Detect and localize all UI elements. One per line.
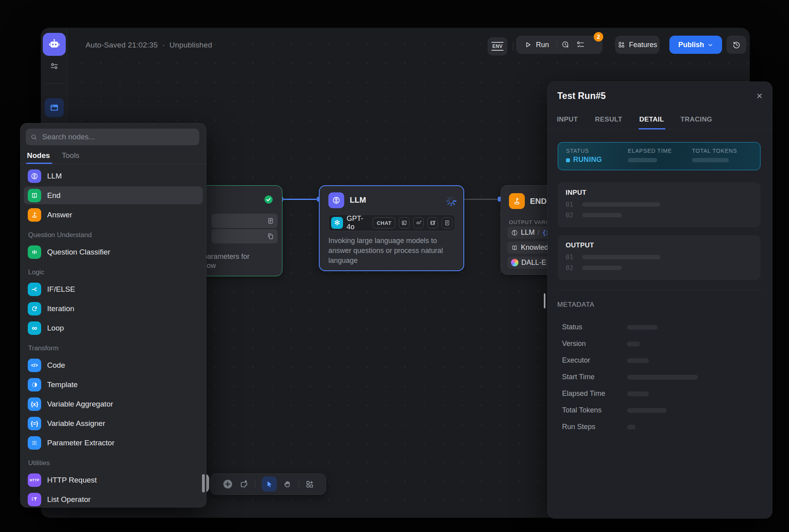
preview-panel-button[interactable] bbox=[45, 98, 64, 117]
node-item-code[interactable]: </> Code bbox=[24, 356, 203, 374]
tab-nodes[interactable]: Nodes bbox=[27, 151, 50, 160]
llm-icon bbox=[28, 169, 41, 183]
start-variable-row[interactable] bbox=[212, 214, 278, 228]
meta-status-label: Status bbox=[562, 323, 582, 331]
tab-detail[interactable]: DETAIL bbox=[639, 116, 664, 124]
variable-aggregator-icon: {x} bbox=[28, 397, 41, 411]
node-item-variable-aggregator[interactable]: {x} Variable Aggregator bbox=[24, 395, 203, 413]
node-item-question-classifier[interactable]: Question Classifier bbox=[24, 243, 203, 261]
success-check-icon bbox=[264, 195, 273, 204]
node-picker-panel: Nodes Tools LLM End bbox=[20, 123, 206, 507]
panel-scrollbar[interactable] bbox=[202, 474, 205, 492]
run-button[interactable]: Run bbox=[536, 41, 549, 49]
tab-tools[interactable]: Tools bbox=[62, 151, 79, 160]
total-tokens-label: TOTAL TOKENS bbox=[692, 148, 737, 154]
pointer-mode-button[interactable] bbox=[262, 477, 277, 492]
audio-capability-icon bbox=[413, 217, 424, 228]
version-history-button[interactable] bbox=[726, 36, 746, 54]
status-value: RUNING bbox=[573, 156, 602, 164]
organize-blocks-button[interactable] bbox=[305, 480, 314, 488]
section-divider bbox=[557, 290, 762, 290]
llm-node-description: Invoking large language models to answer… bbox=[328, 236, 456, 266]
node-item-iteration[interactable]: Iteration bbox=[24, 300, 203, 317]
meta-version-label: Version bbox=[562, 340, 586, 348]
checklist-icon[interactable] bbox=[576, 40, 585, 49]
panel-resize-handle[interactable] bbox=[544, 293, 545, 308]
parameter-extractor-icon bbox=[28, 436, 41, 450]
iteration-icon bbox=[28, 302, 41, 315]
play-icon[interactable] bbox=[524, 41, 532, 49]
model-selector[interactable]: ✻ GPT-4o CHAT bbox=[328, 215, 455, 231]
line-number: 01 bbox=[566, 201, 573, 208]
meta-skeleton bbox=[627, 375, 698, 380]
question-classifier-icon bbox=[28, 245, 41, 259]
node-item-llm[interactable]: LLM bbox=[24, 167, 203, 185]
app-logo[interactable] bbox=[43, 33, 66, 56]
screen: parameters for flow LLM ✻ GPT-4o bbox=[0, 0, 789, 532]
robot-icon bbox=[48, 38, 61, 51]
features-button[interactable]: Features bbox=[615, 36, 659, 54]
env-variables-button[interactable]: ENV bbox=[488, 37, 507, 55]
start-variable-row[interactable] bbox=[212, 229, 278, 243]
start-node[interactable]: parameters for flow bbox=[201, 185, 282, 276]
dalle-icon bbox=[511, 259, 518, 266]
meta-elapsed-label: Elapsed Time bbox=[562, 390, 605, 398]
close-icon[interactable]: × bbox=[757, 91, 762, 101]
meta-run-steps-label: Run Steps bbox=[562, 423, 595, 431]
meta-skeleton bbox=[627, 342, 640, 346]
node-item-variable-assigner[interactable]: {=} Variable Assigner bbox=[24, 414, 203, 432]
node-item-list-operator[interactable]: List Operator bbox=[24, 490, 203, 508]
hand-icon bbox=[283, 480, 292, 489]
if-else-icon bbox=[28, 283, 41, 296]
tokens-skeleton bbox=[692, 158, 729, 162]
active-tab-underline bbox=[638, 128, 665, 129]
input-title: INPUT bbox=[566, 189, 587, 197]
history-icon bbox=[732, 40, 741, 49]
image-capability-icon bbox=[399, 217, 410, 228]
line-number: 02 bbox=[566, 211, 573, 219]
meta-skeleton bbox=[627, 325, 658, 330]
llm-node[interactable]: LLM ✻ GPT-4o CHAT bbox=[319, 185, 464, 271]
tab-input[interactable]: INPUT bbox=[557, 116, 578, 124]
node-item-loop[interactable]: ∞ Loop bbox=[24, 319, 203, 337]
publish-button[interactable]: Publish bbox=[669, 36, 722, 54]
node-list: LLM End Answer Question Understand bbox=[21, 165, 206, 510]
document-capability-icon bbox=[442, 217, 452, 228]
run-group: Run 2 bbox=[516, 36, 602, 54]
llm-icon bbox=[511, 229, 518, 236]
tab-result[interactable]: RESULT bbox=[595, 116, 622, 124]
tab-tracing[interactable]: TRACING bbox=[680, 116, 712, 124]
add-node-button[interactable] bbox=[223, 479, 233, 489]
meta-skeleton bbox=[627, 408, 667, 413]
elapsed-time-label: ELAPSED TIME bbox=[628, 148, 672, 154]
node-item-parameter-extractor[interactable]: Parameter Extractor bbox=[24, 434, 203, 452]
chat-mode-badge: CHAT bbox=[373, 217, 395, 228]
copy-icon bbox=[267, 232, 274, 240]
output-skeleton bbox=[582, 266, 622, 270]
meta-executor-label: Executor bbox=[562, 356, 590, 365]
group-divider bbox=[557, 40, 557, 49]
workflow-settings-icon[interactable] bbox=[49, 61, 59, 71]
video-capability-icon bbox=[427, 217, 438, 228]
node-item-http-request[interactable]: HTTP HTTP Request bbox=[24, 471, 203, 489]
run-history-time-icon[interactable] bbox=[561, 40, 570, 49]
line-number: 02 bbox=[566, 264, 573, 272]
node-search[interactable] bbox=[26, 129, 199, 145]
cursor-icon bbox=[265, 480, 274, 488]
node-item-if-else[interactable]: IF/ELSE bbox=[24, 280, 203, 298]
metadata-title: METADATA bbox=[557, 301, 595, 309]
document-icon bbox=[267, 217, 274, 225]
autosave-status: Auto-Saved 21:02:35 · Unpublished bbox=[86, 41, 212, 49]
add-note-button[interactable] bbox=[239, 479, 249, 489]
canvas-toolbar bbox=[210, 473, 326, 495]
loop-icon: ∞ bbox=[28, 321, 41, 335]
edge-start-to-llm bbox=[282, 199, 319, 200]
section-logic: Logic bbox=[24, 267, 203, 277]
search-input[interactable] bbox=[42, 132, 194, 142]
node-item-template[interactable]: Template bbox=[24, 376, 203, 393]
edge-llm-to-end bbox=[463, 199, 501, 200]
node-item-answer[interactable]: Answer bbox=[24, 206, 203, 224]
node-item-end[interactable]: End bbox=[24, 186, 203, 204]
active-tab-underline bbox=[26, 163, 52, 164]
hand-mode-button[interactable] bbox=[283, 480, 292, 489]
